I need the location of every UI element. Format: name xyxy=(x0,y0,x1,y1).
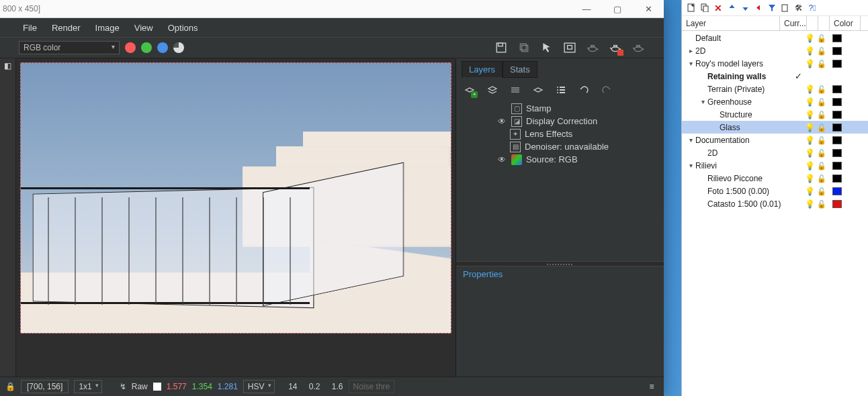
maximize-button[interactable]: ▢ xyxy=(602,0,633,18)
lock-icon[interactable]: 🔓 xyxy=(816,46,827,56)
expand-icon[interactable]: ▸ xyxy=(686,47,695,54)
properties-header[interactable]: Properties xyxy=(456,266,664,282)
lock-icon[interactable]: 🔓 xyxy=(816,123,827,132)
layer-color-swatch[interactable] xyxy=(827,85,858,94)
tree-denoiser[interactable]: ▤ Denoiser: unavailable xyxy=(460,140,660,153)
move-up-icon[interactable] xyxy=(726,3,737,13)
visibility-icon[interactable]: 💡 xyxy=(804,97,816,107)
layer-row[interactable]: ▾Documentation💡🔓 xyxy=(682,134,868,146)
layer-props-icon[interactable] xyxy=(780,3,791,13)
list-icon[interactable] xyxy=(554,83,568,97)
tree-source[interactable]: 👁 Source: RGB xyxy=(460,153,660,166)
layer-row[interactable]: Terrain (Private)💡🔓 xyxy=(682,83,868,95)
menu-file[interactable]: File xyxy=(16,20,44,36)
layer-row[interactable]: Default💡🔓 xyxy=(682,32,868,44)
visibility-icon[interactable]: 💡 xyxy=(804,136,816,145)
add-layer-icon[interactable] xyxy=(463,83,476,97)
visibility-icon[interactable]: 💡 xyxy=(804,46,816,56)
layer-row[interactable]: ▾Greenhouse💡🔓 xyxy=(682,95,868,108)
layer-row[interactable]: 2D💡🔓 xyxy=(682,146,868,159)
lock-icon[interactable]: 🔓 xyxy=(816,148,827,158)
visibility-icon[interactable]: 💡 xyxy=(804,199,816,209)
hdr-layer[interactable]: Layer xyxy=(682,16,780,30)
layer-color-swatch[interactable] xyxy=(827,148,858,158)
layer-icon-4[interactable] xyxy=(531,83,545,97)
teapot-muted-icon[interactable] xyxy=(632,41,645,54)
visibility-icon[interactable]: 💡 xyxy=(804,187,816,196)
layer-row[interactable]: Catasto 1:500 (0.01)💡🔓 xyxy=(682,197,868,210)
layer-icon-2[interactable] xyxy=(486,83,499,97)
lock-icon[interactable]: 🔓 xyxy=(816,110,827,119)
layer-color-swatch[interactable] xyxy=(827,199,858,209)
layer-row[interactable]: ▸2D💡🔓 xyxy=(682,44,868,57)
teapot-stop-icon[interactable] xyxy=(609,41,622,54)
layer-row[interactable]: ▾Roy's model layers💡🔓 xyxy=(682,57,868,70)
lock-icon[interactable]: 🔒 xyxy=(5,382,15,391)
color-mode-select[interactable]: RGB color xyxy=(19,41,120,54)
lock-icon[interactable]: 🔓 xyxy=(816,97,827,107)
expand-icon[interactable]: ▾ xyxy=(686,60,695,67)
layer-row[interactable]: ▾Rilievi💡🔓 xyxy=(682,159,868,172)
layer-icon-3[interactable] xyxy=(509,83,522,97)
cursor-select-icon[interactable] xyxy=(540,41,554,54)
current-layer-mark[interactable]: ✓ xyxy=(792,71,804,81)
lock-icon[interactable]: 🔓 xyxy=(816,161,827,170)
expand-icon[interactable]: ▾ xyxy=(698,98,707,105)
noise-threshold[interactable]: Noise thre xyxy=(349,380,395,393)
eye-icon[interactable]: 👁 xyxy=(496,117,507,126)
visibility-icon[interactable]: 💡 xyxy=(804,123,816,132)
move-down-icon[interactable] xyxy=(740,3,750,13)
hdr-bulb[interactable] xyxy=(807,16,818,30)
splitter[interactable] xyxy=(456,261,664,266)
tree-lens-effects[interactable]: ✦ Lens Effects xyxy=(460,128,660,140)
settings-icon[interactable]: ≡ xyxy=(645,380,658,393)
channel-alpha-icon[interactable] xyxy=(173,42,184,53)
lock-icon[interactable]: 🔓 xyxy=(816,174,827,183)
layer-color-swatch[interactable] xyxy=(827,97,858,107)
layer-color-swatch[interactable] xyxy=(827,34,858,43)
visibility-icon[interactable]: 💡 xyxy=(804,85,816,94)
tools-icon[interactable]: 🛠 xyxy=(793,3,804,13)
menu-options[interactable]: Options xyxy=(161,20,205,36)
layer-row[interactable]: Foto 1:500 (0.00)💡🔓 xyxy=(682,185,868,197)
strip-tool-icon[interactable]: ◧ xyxy=(0,58,15,73)
menu-view[interactable]: View xyxy=(128,20,160,36)
layer-color-swatch[interactable] xyxy=(827,161,858,170)
close-button[interactable]: ✕ xyxy=(633,0,664,18)
layer-row[interactable]: Retaining walls✓ xyxy=(682,70,868,83)
layer-color-swatch[interactable] xyxy=(827,59,858,68)
tab-stats[interactable]: Stats xyxy=(503,61,537,78)
expand-icon[interactable]: ▾ xyxy=(686,136,695,144)
menu-image[interactable]: Image xyxy=(89,20,126,36)
lock-icon[interactable]: 🔓 xyxy=(816,187,827,196)
layer-color-swatch[interactable] xyxy=(827,174,858,183)
channel-green-icon[interactable] xyxy=(141,42,152,53)
visibility-icon[interactable]: 💡 xyxy=(804,110,816,119)
layer-row[interactable]: Structure💡🔓 xyxy=(682,108,868,121)
visibility-icon[interactable]: 💡 xyxy=(804,34,816,43)
lock-icon[interactable]: 🔓 xyxy=(816,136,827,145)
lock-icon[interactable]: 🔓 xyxy=(816,199,827,209)
minimize-button[interactable]: ― xyxy=(571,0,602,18)
layer-row[interactable]: Glass💡🔓 xyxy=(682,121,868,134)
layer-color-swatch[interactable] xyxy=(827,187,858,196)
channel-blue-icon[interactable] xyxy=(157,42,168,53)
undo-icon[interactable] xyxy=(577,83,591,97)
region-icon[interactable] xyxy=(563,41,576,54)
help-icon[interactable]: ?⃝ xyxy=(807,3,818,13)
redo-icon[interactable] xyxy=(600,83,613,97)
render-viewport[interactable] xyxy=(20,62,451,334)
visibility-icon[interactable]: 💡 xyxy=(804,174,816,183)
lock-icon[interactable]: 🔓 xyxy=(816,34,827,43)
layer-color-swatch[interactable] xyxy=(827,46,858,56)
layer-color-swatch[interactable] xyxy=(827,110,858,119)
new-sublayer-icon[interactable] xyxy=(699,3,710,13)
new-layer-icon[interactable] xyxy=(686,3,697,13)
layer-color-swatch[interactable] xyxy=(827,136,858,145)
layer-row[interactable]: Rilievo Piccone💡🔓 xyxy=(682,172,868,185)
channel-red-icon[interactable] xyxy=(125,42,136,53)
layer-color-swatch[interactable] xyxy=(827,123,858,132)
tree-stamp[interactable]: ▢ Stamp xyxy=(460,102,660,115)
hdr-lock[interactable] xyxy=(818,16,830,30)
lock-icon[interactable]: 🔓 xyxy=(816,59,827,68)
